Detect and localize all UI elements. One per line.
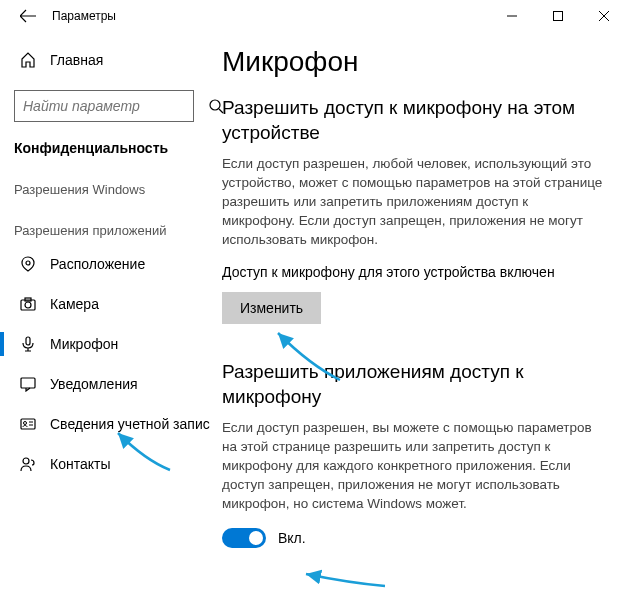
maximize-button[interactable] <box>535 0 581 32</box>
svg-point-10 <box>23 458 29 464</box>
sidebar-item-location[interactable]: Расположение <box>0 244 210 284</box>
change-button[interactable]: Изменить <box>222 292 321 324</box>
back-button[interactable] <box>20 8 36 24</box>
sidebar-item-label: Уведомления <box>50 376 138 392</box>
sidebar-item-label: Контакты <box>50 456 110 472</box>
sidebar-item-account-info[interactable]: Сведения учетной записи <box>0 404 210 444</box>
sidebar-item-camera[interactable]: Камера <box>0 284 210 324</box>
svg-rect-6 <box>26 337 30 345</box>
svg-point-2 <box>26 261 30 265</box>
svg-rect-8 <box>21 419 35 429</box>
sidebar-group-apps: Разрешения приложений <box>0 203 210 244</box>
close-button[interactable] <box>581 0 627 32</box>
sidebar-item-microphone[interactable]: Микрофон <box>0 324 210 364</box>
section2-description: Если доступ разрешен, вы можете с помощь… <box>222 419 603 513</box>
sidebar-item-contacts[interactable]: Контакты <box>0 444 210 484</box>
sidebar-home[interactable]: Главная <box>0 44 210 76</box>
titlebar: Параметры <box>0 0 627 32</box>
content: Микрофон Разрешить доступ к микрофону на… <box>210 32 627 600</box>
sidebar-group-windows: Разрешения Windows <box>0 162 210 203</box>
minimize-button[interactable] <box>489 0 535 32</box>
sidebar-home-label: Главная <box>50 52 103 68</box>
section1-status: Доступ к микрофону для этого устройства … <box>222 264 603 280</box>
window-title: Параметры <box>52 9 116 23</box>
section1-heading: Разрешить доступ к микрофону на этом уст… <box>222 96 603 145</box>
camera-icon <box>20 296 36 312</box>
allow-apps-toggle[interactable] <box>222 528 266 548</box>
search-input[interactable] <box>15 98 208 114</box>
sidebar-category: Конфиденциальность <box>0 122 210 162</box>
sidebar-item-label: Расположение <box>50 256 145 272</box>
account-info-icon <box>20 416 36 432</box>
search-input-wrapper <box>14 90 194 122</box>
svg-rect-0 <box>554 12 563 21</box>
location-icon <box>20 256 36 272</box>
home-icon <box>20 52 36 68</box>
search-icon <box>208 98 224 114</box>
svg-point-9 <box>24 422 27 425</box>
notifications-icon <box>20 376 36 392</box>
sidebar-item-notifications[interactable]: Уведомления <box>0 364 210 404</box>
sidebar-item-label: Камера <box>50 296 99 312</box>
svg-rect-7 <box>21 378 35 388</box>
toggle-label: Вкл. <box>278 530 306 546</box>
page-title: Микрофон <box>222 46 603 78</box>
svg-point-4 <box>25 302 31 308</box>
sidebar: Главная Конфиденциальность Разрешения Wi… <box>0 32 210 600</box>
microphone-icon <box>20 336 36 352</box>
svg-point-1 <box>210 100 220 110</box>
sidebar-item-label: Сведения учетной записи <box>50 416 210 432</box>
sidebar-item-label: Микрофон <box>50 336 118 352</box>
section2-heading: Разрешить приложениям доступ к микрофону <box>222 360 603 409</box>
section1-description: Если доступ разрешен, любой человек, исп… <box>222 155 603 249</box>
contacts-icon <box>20 456 36 472</box>
